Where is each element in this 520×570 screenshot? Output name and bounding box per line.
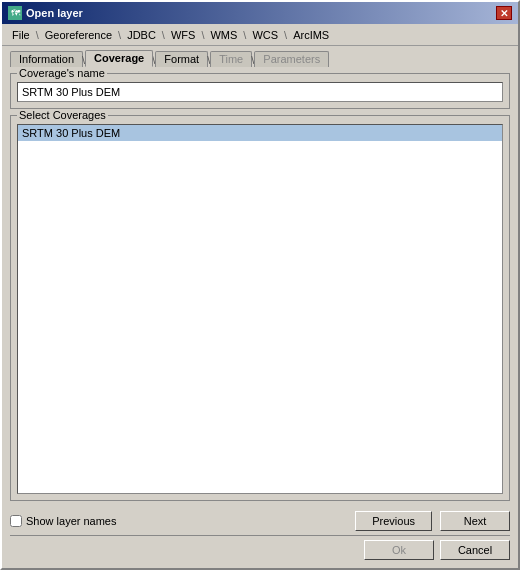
window-icon: 🗺 xyxy=(8,6,22,20)
title-bar-left: 🗺 Open layer xyxy=(8,6,83,20)
tab-format[interactable]: Format xyxy=(155,51,208,67)
tab-information[interactable]: Information xyxy=(10,51,83,67)
main-window: 🗺 Open layer ✕ File \ Georeference \ JDB… xyxy=(0,0,520,570)
coverage-name-legend: Coverage's name xyxy=(17,67,107,79)
coverage-name-input[interactable] xyxy=(17,82,503,102)
nav-buttons: Previous Next xyxy=(355,511,510,531)
cancel-button[interactable]: Cancel xyxy=(440,540,510,560)
previous-button[interactable]: Previous xyxy=(355,511,432,531)
content-area: Coverage's name Select Coverages SRTM 30… xyxy=(2,67,518,507)
next-button[interactable]: Next xyxy=(440,511,510,531)
action-buttons: Ok Cancel xyxy=(2,536,518,568)
close-button[interactable]: ✕ xyxy=(496,6,512,20)
tab-parameters[interactable]: Parameters xyxy=(254,51,329,67)
menu-arcims[interactable]: ArcIMS xyxy=(287,28,335,42)
bottom-bar: Show layer names Previous Next xyxy=(2,507,518,535)
menu-georeference[interactable]: Georeference xyxy=(39,28,118,42)
show-layer-names-wrapper: Show layer names xyxy=(10,515,117,527)
sub-tabs-row: Information \ Coverage \ Format \ Time \… xyxy=(2,46,518,67)
menu-wcs[interactable]: WCS xyxy=(246,28,284,42)
ok-button[interactable]: Ok xyxy=(364,540,434,560)
select-coverages-fieldset: Select Coverages SRTM 30 Plus DEM xyxy=(10,115,510,501)
coverage-name-fieldset: Coverage's name xyxy=(10,73,510,109)
menu-jdbc[interactable]: JDBC xyxy=(121,28,162,42)
coverage-list-item[interactable]: SRTM 30 Plus DEM xyxy=(18,125,502,141)
select-coverages-legend: Select Coverages xyxy=(17,109,108,121)
show-layer-names-checkbox[interactable] xyxy=(10,515,22,527)
tab-coverage[interactable]: Coverage xyxy=(85,50,153,67)
title-bar: 🗺 Open layer ✕ xyxy=(2,2,518,24)
menu-wms[interactable]: WMS xyxy=(204,28,243,42)
window-title: Open layer xyxy=(26,7,83,19)
menu-bar: File \ Georeference \ JDBC \ WFS \ WMS \… xyxy=(2,24,518,46)
menu-file[interactable]: File xyxy=(6,28,36,42)
menu-wfs[interactable]: WFS xyxy=(165,28,201,42)
show-layer-names-label: Show layer names xyxy=(26,515,117,527)
coverage-list[interactable]: SRTM 30 Plus DEM xyxy=(17,124,503,494)
tab-time[interactable]: Time xyxy=(210,51,252,67)
